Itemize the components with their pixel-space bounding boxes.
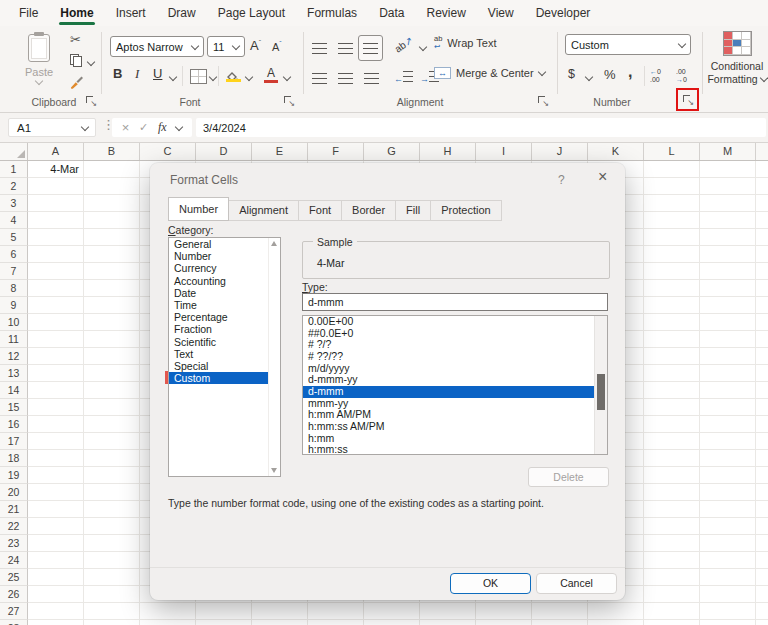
cell-A6[interactable] [28, 246, 84, 263]
cell-E28[interactable] [252, 620, 308, 625]
select-all-corner[interactable] [0, 143, 28, 160]
delete-button[interactable]: Delete [528, 467, 609, 487]
cell-E27[interactable] [252, 603, 308, 620]
cell-B3[interactable] [84, 195, 140, 212]
cell-M27[interactable] [700, 603, 756, 620]
cell-M12[interactable] [700, 348, 756, 365]
cell-M22[interactable] [700, 518, 756, 535]
cell-A24[interactable] [28, 552, 84, 569]
menu-tab[interactable]: Developer [525, 0, 602, 26]
cell-B4[interactable] [84, 212, 140, 229]
decrease-indent-button[interactable]: ← [394, 71, 413, 84]
cell-A20[interactable] [28, 484, 84, 501]
category-item[interactable]: Time [169, 299, 280, 311]
formula-input[interactable]: 3/4/2024 [196, 118, 766, 137]
row-header[interactable]: 11 [0, 331, 28, 348]
column-header[interactable]: I [476, 143, 532, 160]
row-header[interactable]: 25 [0, 569, 28, 586]
row-header[interactable]: 16 [0, 416, 28, 433]
cell-A16[interactable] [28, 416, 84, 433]
cancel-entry-button[interactable]: × [122, 121, 130, 134]
row-header[interactable]: 26 [0, 586, 28, 603]
dialog-tab[interactable]: Font [298, 200, 342, 221]
row-header[interactable]: 18 [0, 450, 28, 467]
cell-B11[interactable] [84, 331, 140, 348]
type-option[interactable]: h:mm [303, 433, 607, 445]
comma-style-button[interactable]: , [628, 63, 632, 81]
cell-L5[interactable] [644, 229, 700, 246]
cell-M8[interactable] [700, 280, 756, 297]
menu-tab[interactable]: Insert [105, 0, 157, 26]
cell-B2[interactable] [84, 178, 140, 195]
column-header[interactable]: A [28, 143, 84, 160]
cut-button[interactable]: ✂ [70, 32, 81, 47]
cell-M17[interactable] [700, 433, 756, 450]
type-option[interactable]: 0.00E+00 [303, 316, 607, 328]
align-right-button[interactable] [364, 70, 379, 88]
align-top-button[interactable] [312, 40, 327, 58]
cell-B21[interactable] [84, 501, 140, 518]
cell-A28[interactable] [28, 620, 84, 625]
menu-tab[interactable]: View [477, 0, 525, 26]
cell-M23[interactable] [700, 535, 756, 552]
cell-B28[interactable] [84, 620, 140, 625]
cell-L3[interactable] [644, 195, 700, 212]
category-item[interactable]: Number [169, 250, 280, 262]
cell-L1[interactable] [644, 161, 700, 178]
dialog-tab[interactable]: Alignment [228, 200, 299, 221]
menu-tab[interactable]: Review [415, 0, 476, 26]
row-header[interactable]: 17 [0, 433, 28, 450]
cell-L17[interactable] [644, 433, 700, 450]
cell-M26[interactable] [700, 586, 756, 603]
help-button[interactable]: ? [558, 173, 565, 187]
menu-tab[interactable]: Formulas [296, 0, 368, 26]
type-option[interactable]: d-mmm [303, 386, 607, 398]
cell-B16[interactable] [84, 416, 140, 433]
cell-L24[interactable] [644, 552, 700, 569]
column-header[interactable]: J [532, 143, 588, 160]
ok-button[interactable]: OK [450, 573, 531, 594]
row-header[interactable]: 28 [0, 620, 28, 625]
cell-B1[interactable] [84, 161, 140, 178]
category-item[interactable]: Special [169, 360, 280, 372]
cell-M15[interactable] [700, 399, 756, 416]
cell-A14[interactable] [28, 382, 84, 399]
cell-C28[interactable] [140, 620, 196, 625]
cell-L8[interactable] [644, 280, 700, 297]
align-middle-button[interactable] [338, 40, 353, 58]
category-item[interactable]: Text [169, 348, 280, 360]
merge-center-button[interactable]: ↔ Merge & Center [434, 67, 545, 79]
dialog-tab[interactable]: Fill [395, 200, 431, 221]
category-item[interactable]: Scientific [169, 336, 280, 348]
column-header[interactable]: D [196, 143, 252, 160]
cell-B7[interactable] [84, 263, 140, 280]
cell-B10[interactable] [84, 314, 140, 331]
cell-M3[interactable] [700, 195, 756, 212]
cell-L16[interactable] [644, 416, 700, 433]
cell-A22[interactable] [28, 518, 84, 535]
cell-M21[interactable] [700, 501, 756, 518]
cell-M28[interactable] [700, 620, 756, 625]
font-color-button[interactable]: A [264, 66, 278, 80]
row-header[interactable]: 9 [0, 297, 28, 314]
cell-L19[interactable] [644, 467, 700, 484]
cell-A9[interactable] [28, 297, 84, 314]
cell-M6[interactable] [700, 246, 756, 263]
column-header[interactable]: F [308, 143, 364, 160]
cell-H27[interactable] [420, 603, 476, 620]
cell-M9[interactable] [700, 297, 756, 314]
cell-L27[interactable] [644, 603, 700, 620]
cell-M13[interactable] [700, 365, 756, 382]
column-header[interactable]: H [420, 143, 476, 160]
dialog-tab[interactable]: Protection [430, 200, 502, 221]
clipboard-dialog-launcher[interactable]: ↘ [85, 95, 97, 107]
cell-L9[interactable] [644, 297, 700, 314]
row-header[interactable]: 4 [0, 212, 28, 229]
row-header[interactable]: 3 [0, 195, 28, 212]
cell-B26[interactable] [84, 586, 140, 603]
copy-button[interactable] [70, 54, 82, 67]
cell-M14[interactable] [700, 382, 756, 399]
cell-L23[interactable] [644, 535, 700, 552]
dialog-tab[interactable]: Number [168, 197, 229, 221]
cell-A15[interactable] [28, 399, 84, 416]
